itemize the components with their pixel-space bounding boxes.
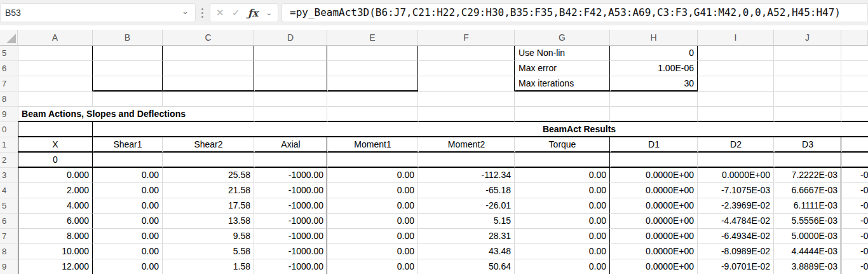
cell[interactable] — [163, 76, 254, 92]
cell[interactable] — [163, 92, 254, 107]
cell-d2[interactable]: -2.3969E-02 — [698, 198, 774, 214]
cell-d1[interactable]: 0.0000E+00 — [610, 214, 698, 229]
cell[interactable] — [327, 46, 418, 61]
cell-max-iterations-label[interactable]: Max iterations — [515, 76, 610, 92]
col-header-shear1[interactable]: Shear1 — [93, 137, 163, 153]
cell-clipped[interactable]: -0 — [841, 259, 868, 274]
cell-d2[interactable]: -4.4784E-02 — [698, 214, 774, 229]
cell-d3[interactable]: 6.1111E-03 — [774, 198, 841, 214]
column-header-i[interactable]: I — [698, 30, 774, 46]
cell[interactable] — [18, 61, 93, 76]
cell[interactable] — [18, 46, 93, 61]
enter-icon[interactable]: ✓ — [232, 7, 240, 18]
cell-clipped[interactable]: -0 — [841, 214, 868, 229]
cell-clipped[interactable]: -0 — [841, 198, 868, 214]
cell-torque[interactable]: 0.00 — [515, 168, 610, 183]
column-header-g[interactable]: G — [515, 30, 610, 46]
cell[interactable] — [610, 153, 698, 168]
cell-moment1[interactable]: 0.00 — [327, 198, 418, 214]
column-header-j[interactable]: J — [774, 30, 841, 46]
cell-d1[interactable]: 0.0000E+00 — [610, 229, 698, 244]
name-box-chevron-icon[interactable]: ⌄ — [182, 3, 189, 20]
cell[interactable] — [774, 107, 841, 122]
cell-d3[interactable]: 5.0000E-03 — [774, 229, 841, 244]
cell[interactable] — [774, 46, 841, 61]
column-header-e[interactable]: E — [327, 30, 418, 46]
cell-max-error-value[interactable]: 1.00E-06 — [610, 61, 698, 76]
cell[interactable] — [698, 61, 774, 76]
cell-d1[interactable]: 0.0000E+00 — [610, 198, 698, 214]
col-header-d1[interactable]: D1 — [610, 137, 698, 153]
cell-moment2[interactable]: 28.31 — [418, 229, 515, 244]
cell[interactable] — [254, 92, 327, 107]
cell-d1[interactable]: 0.0000E+00 — [610, 183, 698, 198]
cell-d1[interactable]: 0.0000E+00 — [610, 168, 698, 183]
cell-use-nonlin-label[interactable]: Use Non-lin — [515, 46, 610, 61]
cell[interactable] — [254, 107, 327, 122]
cell-clipped[interactable]: -0 — [841, 183, 868, 198]
row-header[interactable]: 6 — [0, 61, 18, 76]
insert-function-icon[interactable]: ƒx — [248, 7, 258, 19]
cell[interactable] — [774, 76, 841, 92]
column-header-h[interactable]: H — [610, 30, 698, 46]
column-header-d[interactable]: D — [254, 30, 327, 46]
cell-moment2[interactable]: -112.34 — [418, 168, 515, 183]
cell[interactable] — [327, 61, 418, 76]
cell-x[interactable]: 0.000 — [18, 168, 93, 183]
column-header-k[interactable] — [841, 30, 868, 46]
cell-axial[interactable]: -1000.00 — [254, 214, 327, 229]
cell[interactable] — [515, 107, 610, 122]
cell-moment1[interactable]: 0.00 — [327, 259, 418, 274]
cell-shear1[interactable]: 0.00 — [93, 244, 163, 259]
cell-moment2[interactable]: 43.48 — [418, 244, 515, 259]
fx-chevron-icon[interactable]: ⌄ — [266, 9, 272, 17]
cell[interactable] — [18, 122, 93, 137]
cell-d3[interactable]: 6.6667E-03 — [774, 183, 841, 198]
cell-x[interactable]: 8.000 — [18, 229, 93, 244]
cell[interactable] — [698, 153, 774, 168]
cell-axial[interactable]: -1000.00 — [254, 229, 327, 244]
cell-torque[interactable]: 0.00 — [515, 244, 610, 259]
cell-shear2[interactable]: 1.58 — [163, 259, 254, 274]
cell[interactable] — [418, 107, 515, 122]
cell-d2[interactable]: -7.1075E-03 — [698, 183, 774, 198]
col-header-axial[interactable]: Axial — [254, 137, 327, 153]
cell-d3[interactable]: 5.5556E-03 — [774, 214, 841, 229]
row-header[interactable]: 5 — [0, 198, 18, 214]
cell-shear1[interactable]: 0.00 — [93, 229, 163, 244]
cell[interactable] — [254, 76, 327, 92]
col-header-moment2[interactable]: Moment2 — [418, 137, 515, 153]
cell-moment2[interactable]: -65.18 — [418, 183, 515, 198]
cell-moment2[interactable]: 50.64 — [418, 259, 515, 274]
cell-use-nonlin-value[interactable]: 0 — [610, 46, 698, 61]
cell[interactable] — [418, 46, 515, 61]
cell-clipped[interactable]: -0 — [841, 244, 868, 259]
cell-axial[interactable]: -1000.00 — [254, 259, 327, 274]
cell[interactable] — [418, 92, 515, 107]
cell[interactable] — [254, 153, 327, 168]
cell-x[interactable]: 4.000 — [18, 198, 93, 214]
cell-d1[interactable]: 0.0000E+00 — [610, 244, 698, 259]
cell[interactable] — [698, 107, 774, 122]
row-header[interactable]: 6 — [0, 214, 18, 229]
row-header[interactable]: 1 — [0, 137, 18, 153]
cell-axial[interactable]: -1000.00 — [254, 183, 327, 198]
cell[interactable] — [698, 92, 774, 107]
cell[interactable] — [841, 137, 868, 153]
cell[interactable] — [698, 76, 774, 92]
cell-shear1[interactable]: 0.00 — [93, 183, 163, 198]
cell[interactable] — [515, 92, 610, 107]
cell[interactable] — [254, 61, 327, 76]
cell-moment1[interactable]: 0.00 — [327, 168, 418, 183]
cell-d2[interactable]: -6.4934E-02 — [698, 229, 774, 244]
row-header[interactable]: 8 — [0, 92, 18, 107]
cell[interactable] — [610, 107, 698, 122]
cell[interactable] — [327, 107, 418, 122]
cell[interactable] — [841, 107, 868, 122]
cell[interactable] — [774, 153, 841, 168]
cell[interactable] — [163, 153, 254, 168]
cell[interactable] — [93, 92, 163, 107]
cell-shear1[interactable]: 0.00 — [93, 259, 163, 274]
cell-torque[interactable]: 0.00 — [515, 259, 610, 274]
cell[interactable] — [610, 92, 698, 107]
